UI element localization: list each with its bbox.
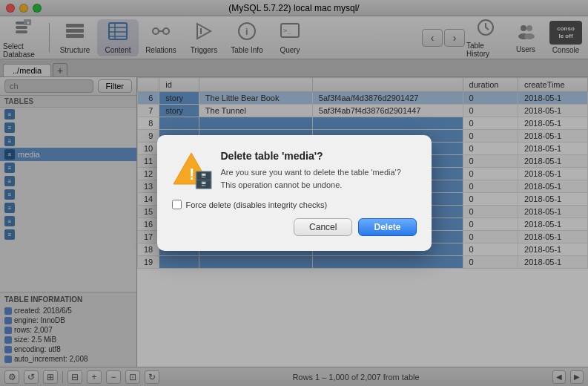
warning-icon: ! 🗄️	[172, 150, 211, 189]
force-delete-label: Force delete (disables integrity checks)	[186, 200, 328, 209]
cancel-button[interactable]: Cancel	[294, 218, 352, 236]
modal-header: ! 🗄️ Delete table 'media'? Are you sure …	[172, 150, 417, 191]
database-icon: 🗄️	[194, 171, 214, 190]
delete-modal: ! 🗄️ Delete table 'media'? Are you sure …	[157, 135, 432, 251]
modal-text-content: Delete table 'media'? Are you sure you w…	[221, 150, 417, 191]
delete-button[interactable]: Delete	[358, 218, 416, 236]
modal-overlay: ! 🗄️ Delete table 'media'? Are you sure …	[0, 0, 588, 386]
modal-buttons: Cancel Delete	[172, 218, 417, 236]
modal-message: Are you sure you want to delete the tabl…	[221, 166, 417, 191]
modal-title: Delete table 'media'?	[221, 150, 417, 162]
force-delete-checkbox-row: Force delete (disables integrity checks)	[172, 200, 417, 209]
force-delete-checkbox[interactable]	[172, 200, 182, 209]
